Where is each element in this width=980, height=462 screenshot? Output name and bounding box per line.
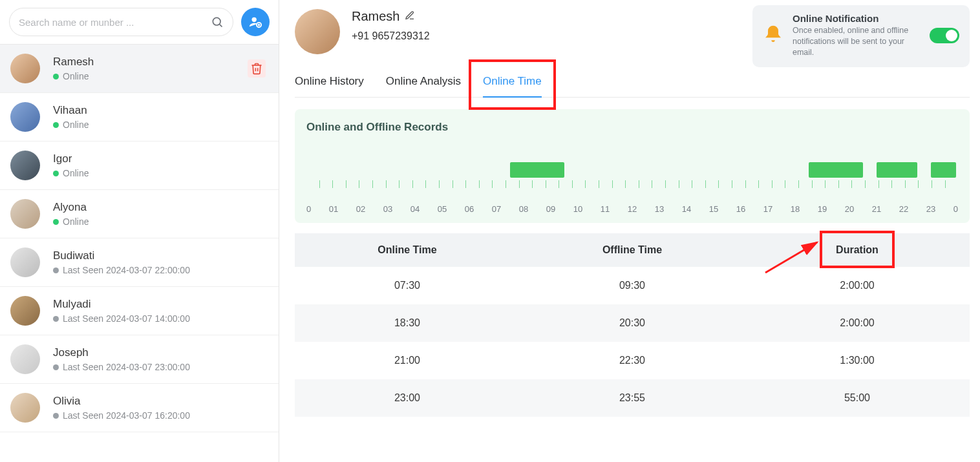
x-tick-label: 0	[944, 204, 958, 214]
avatar	[10, 199, 40, 229]
contact-status: Online	[53, 168, 89, 178]
contact-phone: +91 9657239312	[352, 30, 430, 42]
status-dot-icon	[53, 171, 59, 176]
table-header: Online Time Offline Time Duration	[295, 233, 970, 267]
x-tick-label: 0	[306, 204, 320, 214]
contact-name: Olivia	[53, 395, 190, 408]
notification-title: Online Notification	[793, 13, 921, 24]
table-row: 18:30 20:30 2:00:00	[295, 304, 970, 342]
status-dot-icon	[53, 219, 59, 225]
contact-name: Vihaan	[53, 104, 89, 117]
svg-line-1	[220, 25, 222, 27]
avatar	[10, 151, 40, 180]
bell-icon	[763, 24, 783, 47]
status-dot-icon	[53, 122, 59, 128]
records-title: Online and Offline Records	[306, 121, 958, 134]
contact-status: Online	[53, 216, 89, 227]
contact-status: Last Seen 2024-03-07 16:20:00	[53, 410, 190, 421]
x-tick-label: 19	[809, 204, 836, 214]
cell-online: 23:00	[295, 392, 520, 404]
records-table: Online Time Offline Time Duration 07:30 …	[295, 233, 970, 417]
app-root: Ramesh Online Vihaan Online Igor Online	[0, 0, 980, 462]
avatar	[10, 393, 40, 423]
timeline-chart: 0010203040506070809101112131415161718192…	[306, 145, 958, 216]
x-tick-label: 04	[401, 204, 429, 214]
sidebar: Ramesh Online Vihaan Online Igor Online	[0, 0, 279, 462]
delete-icon[interactable]	[248, 59, 266, 78]
status-dot-icon	[53, 74, 59, 79]
contact-item[interactable]: Ramesh Online	[0, 45, 279, 93]
contact-item[interactable]: Mulyadi Last Seen 2024-03-07 14:00:00	[0, 287, 279, 335]
tab-online-history[interactable]: Online History	[295, 68, 364, 97]
status-dot-icon	[53, 268, 59, 273]
contact-item[interactable]: Budiwati Last Seen 2024-03-07 22:00:00	[0, 238, 279, 287]
add-contact-button[interactable]	[241, 8, 270, 36]
notification-toggle[interactable]	[930, 28, 959, 43]
main-panel: Ramesh +91 9657239312 Online Notificatio…	[279, 0, 980, 462]
search-row	[0, 0, 279, 44]
table-row: 23:00 23:55 55:00	[295, 379, 970, 417]
contact-item[interactable]: Vihaan Online	[0, 93, 279, 142]
contact-name: Mulyadi	[53, 298, 190, 311]
contact-item[interactable]: Alyona Online	[0, 190, 279, 238]
x-tick-label: 22	[890, 204, 917, 214]
x-tick-label: 15	[700, 204, 727, 214]
col-duration: Duration	[745, 244, 970, 256]
cell-offline: 20:30	[520, 317, 745, 329]
cell-duration: 2:00:00	[745, 280, 970, 291]
contact-item[interactable]: Olivia Last Seen 2024-03-07 16:20:00	[0, 384, 279, 432]
x-tick-label: 16	[727, 204, 754, 214]
x-tick-label: 02	[347, 204, 374, 214]
avatar	[295, 9, 340, 54]
edit-icon[interactable]	[405, 9, 415, 24]
x-tick-label: 13	[646, 204, 673, 214]
contact-name: Alyona	[53, 201, 89, 214]
search-icon	[211, 16, 224, 28]
cell-online: 21:00	[295, 355, 520, 366]
contact-status: Online	[53, 120, 89, 130]
x-tick-label: 12	[619, 204, 646, 214]
cell-duration: 55:00	[745, 392, 970, 404]
col-online: Online Time	[295, 244, 520, 256]
tabs: Online History Online Analysis Online Ti…	[295, 68, 970, 98]
status-dot-icon	[53, 316, 59, 322]
notification-desc: Once enabled, online and offline notific…	[793, 25, 921, 58]
avatar	[10, 54, 40, 83]
timeline-bar	[931, 162, 956, 178]
timeline-bar	[809, 162, 863, 178]
cell-duration: 2:00:00	[745, 317, 970, 329]
x-tick-label: 05	[429, 204, 456, 214]
tab-online-analysis[interactable]: Online Analysis	[386, 68, 461, 97]
search-input[interactable]	[19, 17, 211, 28]
x-tick-label: 14	[673, 204, 700, 214]
x-tick-label: 07	[483, 204, 510, 214]
search-box[interactable]	[9, 8, 233, 36]
x-tick-label: 01	[320, 204, 347, 214]
cell-online: 18:30	[295, 317, 520, 329]
x-tick-label: 06	[456, 204, 483, 214]
x-tick-label: 17	[754, 204, 782, 214]
status-dot-icon	[53, 364, 59, 370]
svg-point-0	[213, 17, 220, 25]
contact-item[interactable]: Joseph Last Seen 2024-03-07 23:00:00	[0, 335, 279, 384]
table-row: 21:00 22:30 1:30:00	[295, 342, 970, 379]
x-tick-label: 09	[537, 204, 564, 214]
contact-name: Ramesh	[352, 9, 399, 24]
cell-offline: 22:30	[520, 355, 745, 366]
x-tick-label: 23	[917, 204, 944, 214]
contact-item[interactable]: Igor Online	[0, 142, 279, 190]
x-tick-label: 08	[510, 204, 537, 214]
x-tick-label: 03	[374, 204, 401, 214]
cell-offline: 09:30	[520, 280, 745, 291]
contact-name-row: Ramesh	[352, 9, 430, 24]
tab-online-time[interactable]: Online Time	[483, 68, 542, 97]
contact-name: Igor	[53, 152, 89, 165]
avatar	[10, 296, 40, 326]
cell-online: 07:30	[295, 280, 520, 291]
x-tick-label: 21	[863, 204, 890, 214]
contact-name: Joseph	[53, 346, 190, 359]
timeline-bar	[510, 162, 564, 178]
avatar	[10, 247, 40, 277]
svg-point-2	[252, 17, 257, 22]
notification-card: Online Notification Once enabled, online…	[752, 5, 970, 67]
